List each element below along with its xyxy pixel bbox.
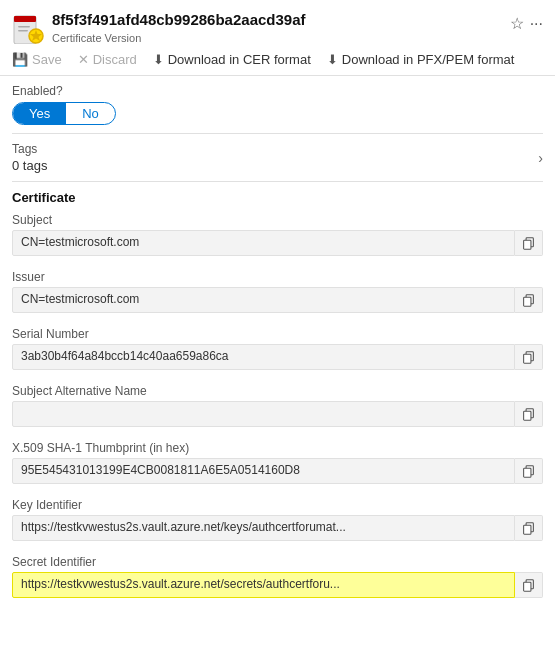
page-title: 8f5f3f491afd48cb99286ba2aacd39af xyxy=(52,10,502,30)
download-pfx-icon: ⬇ xyxy=(327,52,338,67)
copy-button-4[interactable] xyxy=(515,458,543,484)
copy-button-0[interactable] xyxy=(515,230,543,256)
field-label-4: X.509 SHA-1 Thumbprint (in hex) xyxy=(12,441,543,455)
header-actions: ☆ ··· xyxy=(510,14,543,33)
save-icon: 💾 xyxy=(12,52,28,67)
svg-rect-9 xyxy=(524,297,531,306)
field-label-2: Serial Number xyxy=(12,327,543,341)
field-value-5: https://testkvwestus2s.vault.azure.net/k… xyxy=(12,515,515,541)
copy-button-2[interactable] xyxy=(515,344,543,370)
tags-label: Tags xyxy=(12,142,47,156)
svg-rect-1 xyxy=(14,16,36,22)
svg-rect-7 xyxy=(524,240,531,249)
download-cer-icon: ⬇ xyxy=(153,52,164,67)
header-text-block: 8f5f3f491afd48cb99286ba2aacd39af Certifi… xyxy=(52,10,502,44)
enabled-toggle-group: Yes No xyxy=(12,102,116,125)
field-input-row-1: CN=testmicrosoft.com xyxy=(12,287,543,313)
download-cer-button[interactable]: ⬇ Download in CER format xyxy=(153,52,311,67)
field-group-1: IssuerCN=testmicrosoft.com xyxy=(0,266,555,323)
tags-chevron-icon: › xyxy=(538,150,543,166)
copy-button-1[interactable] xyxy=(515,287,543,313)
svg-rect-15 xyxy=(524,468,531,477)
field-input-row-3 xyxy=(12,401,543,427)
svg-rect-13 xyxy=(524,411,531,420)
svg-rect-5 xyxy=(18,30,28,32)
copy-button-6[interactable] xyxy=(515,572,543,598)
svg-rect-17 xyxy=(524,525,531,534)
field-input-row-4: 95E545431013199E4CB0081811A6E5A0514160D8 xyxy=(12,458,543,484)
discard-button[interactable]: ✕ Discard xyxy=(78,52,137,67)
field-value-1: CN=testmicrosoft.com xyxy=(12,287,515,313)
field-input-row-0: CN=testmicrosoft.com xyxy=(12,230,543,256)
tags-value: 0 tags xyxy=(12,158,47,173)
certificate-icon xyxy=(12,12,44,44)
discard-icon: ✕ xyxy=(78,52,89,67)
save-button[interactable]: 💾 Save xyxy=(12,52,62,67)
field-label-6: Secret Identifier xyxy=(12,555,543,569)
tags-row[interactable]: Tags 0 tags › xyxy=(0,134,555,181)
field-group-0: SubjectCN=testmicrosoft.com xyxy=(0,209,555,266)
field-value-6: https://testkvwestus2s.vault.azure.net/s… xyxy=(12,572,515,598)
copy-button-5[interactable] xyxy=(515,515,543,541)
field-label-5: Key Identifier xyxy=(12,498,543,512)
more-icon[interactable]: ··· xyxy=(530,15,543,33)
certificate-fields: SubjectCN=testmicrosoft.comIssuerCN=test… xyxy=(0,209,555,608)
certificate-section-title: Certificate xyxy=(0,182,555,209)
field-input-row-6: https://testkvwestus2s.vault.azure.net/s… xyxy=(12,572,543,598)
svg-rect-4 xyxy=(18,26,30,28)
field-input-row-5: https://testkvwestus2s.vault.azure.net/k… xyxy=(12,515,543,541)
svg-rect-11 xyxy=(524,354,531,363)
enabled-section: Enabled? Yes No xyxy=(0,76,555,133)
field-group-2: Serial Number3ab30b4f64a84bccb14c40aa659… xyxy=(0,323,555,380)
field-label-3: Subject Alternative Name xyxy=(12,384,543,398)
download-pfx-button[interactable]: ⬇ Download in PFX/PEM format xyxy=(327,52,515,67)
field-group-4: X.509 SHA-1 Thumbprint (in hex)95E545431… xyxy=(0,437,555,494)
field-group-5: Key Identifierhttps://testkvwestus2s.vau… xyxy=(0,494,555,551)
no-toggle[interactable]: No xyxy=(66,103,115,124)
header: 8f5f3f491afd48cb99286ba2aacd39af Certifi… xyxy=(0,0,555,48)
copy-button-3[interactable] xyxy=(515,401,543,427)
field-value-3 xyxy=(12,401,515,427)
page-subtitle: Certificate Version xyxy=(52,32,502,44)
field-input-row-2: 3ab30b4f64a84bccb14c40aa659a86ca xyxy=(12,344,543,370)
svg-rect-19 xyxy=(524,582,531,591)
pin-icon[interactable]: ☆ xyxy=(510,14,524,33)
enabled-label: Enabled? xyxy=(12,84,543,98)
field-value-2: 3ab30b4f64a84bccb14c40aa659a86ca xyxy=(12,344,515,370)
field-group-3: Subject Alternative Name xyxy=(0,380,555,437)
field-value-0: CN=testmicrosoft.com xyxy=(12,230,515,256)
field-value-4: 95E545431013199E4CB0081811A6E5A0514160D8 xyxy=(12,458,515,484)
field-label-0: Subject xyxy=(12,213,543,227)
field-label-1: Issuer xyxy=(12,270,543,284)
yes-toggle[interactable]: Yes xyxy=(13,103,66,124)
field-group-6: Secret Identifierhttps://testkvwestus2s.… xyxy=(0,551,555,608)
toolbar: 💾 Save ✕ Discard ⬇ Download in CER forma… xyxy=(0,48,555,76)
